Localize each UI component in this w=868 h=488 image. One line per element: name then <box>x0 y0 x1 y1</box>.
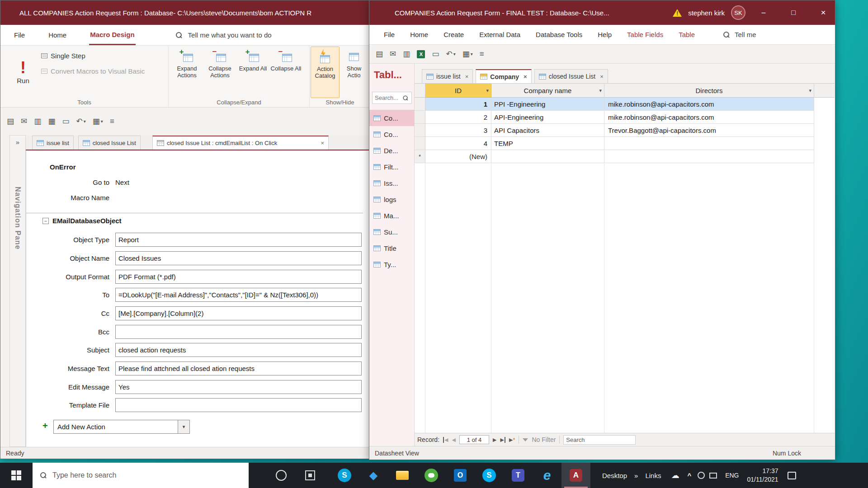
close-icon[interactable]: × <box>321 140 324 146</box>
single-step-button[interactable]: Single Step <box>41 52 85 60</box>
column-header-directors[interactable]: Directors ▾ <box>604 84 814 98</box>
sidebar-item-table[interactable]: logs <box>369 191 414 207</box>
doc-tab-company[interactable]: Company × <box>476 69 531 83</box>
macro-on-error[interactable]: OnError <box>50 163 76 171</box>
macro-block-header[interactable]: − EMailDatabaseObject <box>26 213 363 228</box>
close-icon[interactable]: × <box>465 73 469 80</box>
add-action-plus-icon[interactable]: + <box>42 421 48 431</box>
go-to-value[interactable]: Next <box>115 178 129 186</box>
row-selector[interactable] <box>415 98 425 111</box>
taskbar-search[interactable]: Type here to search <box>33 463 249 488</box>
warning-icon[interactable] <box>673 9 682 17</box>
show-hidden-icons-caret[interactable]: ^ <box>687 472 691 479</box>
sidebar-item-table[interactable]: Filt... <box>369 159 414 175</box>
desktop-toolbar-label[interactable]: Desktop <box>602 472 627 479</box>
chevron-down-icon[interactable]: ▾ <box>178 420 189 433</box>
row-selector[interactable] <box>415 124 425 137</box>
no-filter-label[interactable]: No Filter <box>532 436 556 443</box>
toolbar-options-icon[interactable]: ≡ <box>110 117 114 126</box>
mail-icon[interactable]: ✉ <box>390 49 396 59</box>
undo-dropdown-icon[interactable]: ▾ <box>84 119 86 124</box>
table-row[interactable]: 1 PPI -Engineering mike.robinson@api-cap… <box>415 98 835 111</box>
layout-grid-button[interactable]: ▦▾ <box>93 117 103 126</box>
filter-dropdown-icon[interactable]: ▾ <box>486 88 489 94</box>
tray-icon[interactable] <box>698 472 705 479</box>
search-icon[interactable] <box>723 31 730 38</box>
collapse-actions-button[interactable]: − Collapse Actions <box>203 47 236 98</box>
expand-nav-pane-icon[interactable]: » <box>16 136 19 146</box>
column-header-id[interactable]: ID ▾ <box>425 84 491 98</box>
access-icon[interactable]: A <box>561 463 590 488</box>
grid-dropdown-icon[interactable]: ▾ <box>471 52 473 56</box>
skype-business-icon[interactable]: S <box>475 463 504 488</box>
close-icon[interactable]: × <box>600 73 604 80</box>
toolbar-chevrons-icon[interactable]: » <box>634 472 638 479</box>
sidebar-item-table[interactable]: Ma... <box>369 207 414 224</box>
first-record-button[interactable]: ◀ <box>443 437 448 443</box>
new-record-button[interactable]: ▶* <box>509 436 515 443</box>
onedrive-cloud-icon[interactable]: ☁ <box>671 470 679 480</box>
undo-button[interactable]: ↶▾ <box>446 49 455 59</box>
sidebar-item-table[interactable]: Title <box>369 240 414 256</box>
mail-icon[interactable]: ✉ <box>21 117 27 126</box>
layout-grid-button[interactable]: ▦▾ <box>462 49 473 59</box>
doc-tab-issue-list[interactable]: issue list <box>32 136 74 150</box>
outlook-icon[interactable]: O <box>446 463 475 488</box>
last-record-button[interactable]: ▶ <box>500 437 505 443</box>
search-icon[interactable] <box>403 95 409 101</box>
doc-tab-issue-list[interactable]: issue list × <box>422 69 473 83</box>
tab-create[interactable]: Create <box>443 25 465 44</box>
run-button[interactable]: ! Run <box>10 48 36 95</box>
tab-table[interactable]: Table <box>678 25 696 44</box>
edit-message-input[interactable] <box>115 380 362 394</box>
sidebar-item-table[interactable]: De... <box>369 142 414 159</box>
signed-in-user[interactable]: stephen kirk <box>688 9 725 17</box>
tab-external-data[interactable]: External Data <box>478 25 521 44</box>
message-text-input[interactable] <box>115 361 362 375</box>
tab-home[interactable]: Home <box>409 25 429 44</box>
document-icon[interactable]: ▥ <box>34 117 41 126</box>
record-position-box[interactable]: 1 of 4 <box>459 435 489 444</box>
paste-icon[interactable]: ▤ <box>7 117 14 126</box>
tab-home[interactable]: Home <box>47 25 67 45</box>
tab-file[interactable]: File <box>383 25 396 44</box>
undo-button[interactable]: ↶▾ <box>76 117 86 126</box>
app-diamond-icon[interactable]: ◆ <box>359 463 388 488</box>
row-selector[interactable] <box>415 137 425 150</box>
chat-app-icon[interactable] <box>417 463 446 488</box>
grid-dropdown-icon[interactable]: ▾ <box>101 119 103 124</box>
table-row[interactable]: 2 API-Engineering mike.robinson@api-capa… <box>415 111 835 124</box>
tab-macro-design[interactable]: Macro Design <box>89 25 135 45</box>
tray-icon[interactable] <box>709 473 717 479</box>
action-catalog-button[interactable]: Action Catalog <box>311 47 340 98</box>
object-name-input[interactable] <box>115 251 362 265</box>
close-button[interactable]: × <box>811 0 835 25</box>
table-row[interactable]: 4 TEMP <box>415 137 835 150</box>
output-format-input[interactable] <box>115 270 362 284</box>
avatar[interactable]: SK <box>731 5 745 20</box>
file-explorer-icon[interactable] <box>388 463 417 488</box>
expand-all-button[interactable]: + Expand All <box>236 47 269 98</box>
column-header-company-name[interactable]: Company name ▾ <box>491 84 604 98</box>
sidebar-item-table[interactable]: Co... <box>369 126 414 142</box>
doc-tab-macro-on-click[interactable]: closed Issue List : cmdEmailList : On Cl… <box>152 136 329 150</box>
template-file-input[interactable] <box>115 398 362 412</box>
nav-search-input[interactable]: Search... <box>372 92 412 104</box>
to-input[interactable] <box>115 288 362 302</box>
undo-dropdown-icon[interactable]: ▾ <box>453 52 456 56</box>
cc-input[interactable] <box>115 306 362 320</box>
task-view-icon[interactable] <box>296 463 325 488</box>
print-icon[interactable]: ▭ <box>62 117 69 126</box>
object-type-input[interactable] <box>115 233 362 247</box>
toolbar-options-icon[interactable]: ≡ <box>480 50 484 59</box>
tell-me-label[interactable]: Tell me <box>735 31 756 38</box>
row-selector[interactable] <box>415 111 425 124</box>
sidebar-item-table[interactable]: Iss... <box>369 175 414 191</box>
skype-icon[interactable]: S <box>330 463 359 488</box>
document-icon[interactable]: ▥ <box>403 49 410 59</box>
doc-tab-closed-issue-list[interactable]: closed Issue List × <box>534 69 608 83</box>
select-all-corner[interactable] <box>415 84 425 98</box>
start-button[interactable] <box>0 463 33 488</box>
expand-actions-button[interactable]: !+ Expand Actions <box>170 47 203 98</box>
language-indicator[interactable]: ENG <box>725 472 739 479</box>
